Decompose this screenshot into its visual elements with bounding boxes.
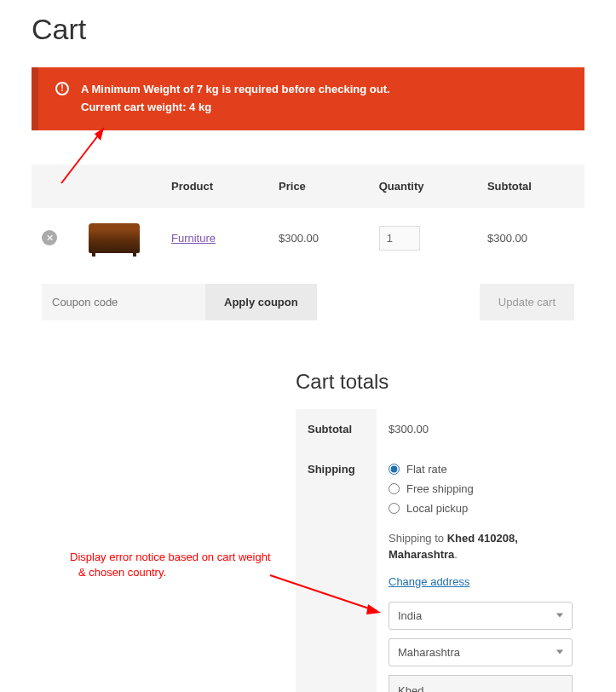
remove-item-button[interactable] <box>42 230 57 245</box>
col-product: Product <box>161 164 268 208</box>
col-price: Price <box>268 164 369 208</box>
product-thumbnail[interactable] <box>89 223 140 253</box>
cell-price: $300.00 <box>268 208 369 268</box>
radio-free-shipping[interactable] <box>389 483 400 494</box>
radio-label: Local pickup <box>406 502 468 515</box>
col-quantity: Quantity <box>369 164 477 208</box>
exclamation-icon <box>55 82 69 95</box>
state-select[interactable]: Maharashtra <box>389 638 573 666</box>
country-select[interactable]: India <box>389 602 573 630</box>
radio-label: Flat rate <box>406 463 447 476</box>
error-line-1: A Minimum Weight of 7 kg is required bef… <box>81 81 567 99</box>
cart-totals-title: Cart totals <box>296 370 584 394</box>
country-value: India <box>398 609 422 622</box>
annotation-text: Display error notice based on cart weigh… <box>70 550 271 580</box>
product-name-link[interactable]: Furniture <box>171 232 216 245</box>
city-input[interactable] <box>389 675 573 692</box>
update-cart-button[interactable]: Update cart <box>480 284 574 320</box>
cart-totals-table: Subtotal $300.00 Shipping Flat rate Free… <box>296 409 584 692</box>
apply-coupon-button[interactable]: Apply coupon <box>205 284 317 320</box>
shipping-label: Shipping <box>296 449 377 692</box>
radio-local-pickup[interactable] <box>389 503 400 514</box>
cell-subtotal: $300.00 <box>477 208 584 268</box>
shipping-option-free[interactable]: Free shipping <box>389 482 573 495</box>
radio-label: Free shipping <box>406 482 474 495</box>
change-address-link[interactable]: Change address <box>389 575 469 588</box>
col-subtotal: Subtotal <box>477 164 584 208</box>
page-title: Cart <box>32 13 584 46</box>
subtotal-label: Subtotal <box>296 409 377 449</box>
error-line-2: Current cart weight: 4 kg <box>81 99 567 117</box>
shipping-option-local[interactable]: Local pickup <box>389 502 573 515</box>
table-row: Furniture $300.00 $300.00 <box>32 208 584 268</box>
error-banner: A Minimum Weight of 7 kg is required bef… <box>32 67 584 130</box>
radio-flat-rate[interactable] <box>389 464 400 475</box>
shipping-destination: Shipping to Khed 410208, Maharashtra. <box>389 530 573 563</box>
shipping-option-flat[interactable]: Flat rate <box>389 463 573 476</box>
subtotal-value: $300.00 <box>377 409 584 449</box>
coupon-input[interactable] <box>42 284 205 320</box>
state-value: Maharashtra <box>398 646 460 659</box>
cart-table: Product Price Quantity Subtotal Furnitur… <box>32 164 584 336</box>
quantity-input[interactable] <box>379 226 420 251</box>
